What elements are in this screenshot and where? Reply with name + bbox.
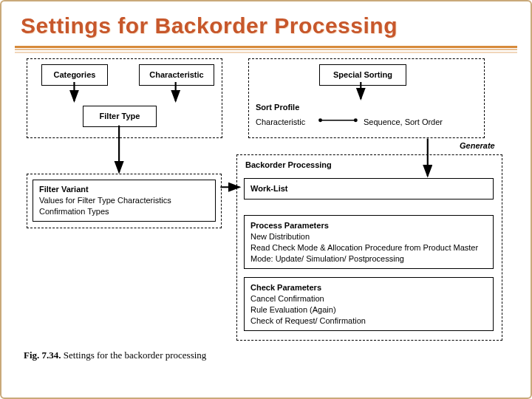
check-heading: Check Parameters <box>250 283 321 292</box>
label-backorder-processing: Backorder Processing <box>245 160 332 169</box>
label-sort-sequence: Sequence, Sort Order <box>364 117 443 126</box>
figure-caption: Fig. 7.34. Settings for the backorder pr… <box>24 349 206 361</box>
process-line2: Read Check Mode & Allocation Procedure f… <box>250 242 487 253</box>
check-line3: Check of Request/ Confirmation <box>250 316 487 327</box>
box-check-parameters: Check Parameters Cancel Confirmation Rul… <box>244 277 494 331</box>
process-line1: New Distribution <box>250 231 487 242</box>
figure-number: Fig. 7.34. <box>24 349 61 361</box>
check-line1: Cancel Confirmation <box>250 293 487 304</box>
label-sort-profile: Sort Profile <box>256 103 299 112</box>
box-filter-variant: Filter Variant Values for Filter Type Ch… <box>33 180 216 222</box>
check-line2: Rule Evaluation (Again) <box>250 304 487 316</box>
process-heading: Process Parameters <box>250 221 329 230</box>
box-process-parameters: Process Parameters New Distribution Read… <box>244 215 494 269</box>
label-sort-characteristic: Characteristic <box>256 117 305 126</box>
figure-text: Settings for the backorder processing <box>61 349 207 361</box>
box-filter-type: Filter Type <box>83 106 157 127</box>
label-generate: Generate <box>460 141 495 150</box>
filter-variant-heading: Filter Variant <box>39 185 89 194</box>
diagram-canvas: Categories Characteristic Filter Type Sp… <box>1 54 531 379</box>
filter-variant-line2: Confirmation Types <box>39 206 209 217</box>
box-special-sorting: Special Sorting <box>319 64 406 86</box>
box-categories: Categories <box>41 64 108 86</box>
box-characteristic: Characteristic <box>139 64 214 86</box>
filter-variant-line1: Values for Filter Type Characteristics <box>39 195 209 206</box>
box-work-list: Work-List <box>244 178 494 200</box>
title-bar: Settings for Backorder Processing <box>15 9 517 48</box>
process-line3: Mode: Update/ Simulation/ Postprocessing <box>250 253 487 265</box>
page-title: Settings for Backorder Processing <box>21 13 511 38</box>
